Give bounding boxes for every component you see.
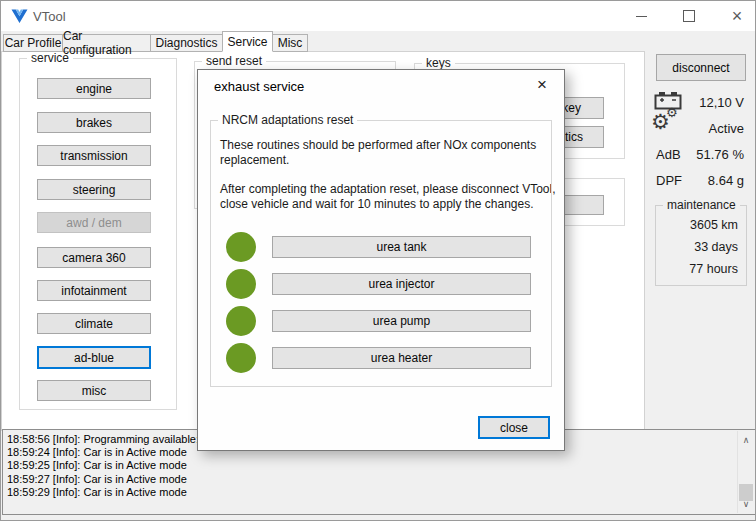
log-line: 18:59:27 [Info]: Car is in Active mode [7, 473, 735, 486]
urea-pump-status-light [226, 306, 256, 336]
button-label: misc [82, 384, 107, 398]
chevron-up-glyph: ∧ [743, 435, 750, 445]
dialog-close-action-button[interactable]: close [478, 416, 550, 439]
adb-value: 51.76 % [696, 147, 744, 162]
disconnect-button[interactable]: disconnect [656, 54, 746, 81]
urea-injector-button[interactable]: urea injector [272, 273, 531, 295]
climate-button[interactable]: climate [37, 313, 151, 334]
log-scrollbar[interactable]: ∧ ∨ [737, 431, 754, 513]
misc-button[interactable]: misc [37, 380, 151, 401]
button-label: urea heater [371, 351, 432, 365]
button-label: urea pump [373, 314, 430, 328]
maximize-icon [683, 10, 695, 22]
log-line: 18:59:25 [Info]: Car is in Active mode [7, 459, 735, 472]
mode-value: Active [709, 121, 744, 136]
adb-label: AdB [656, 147, 681, 162]
button-label: engine [76, 82, 112, 96]
close-icon: × [732, 6, 743, 27]
urea-tank-button[interactable]: urea tank [272, 236, 531, 258]
button-label: awd / dem [66, 216, 121, 230]
maintenance-groupbox: maintenance 3605 km 33 days 77 hours [655, 205, 747, 286]
tab-diagnostics[interactable]: Diagnostics [150, 34, 223, 52]
titlebar: VTool × [1, 1, 755, 31]
tab-misc[interactable]: Misc [272, 34, 308, 52]
tab-label: Diagnostics [155, 36, 217, 50]
maintenance-km: 3605 km [690, 218, 738, 232]
exhaust-service-dialog: exhaust service × NRCM adaptations reset… [197, 69, 565, 451]
awd-dem-button: awd / dem [37, 212, 151, 233]
button-label: ad-blue [74, 351, 114, 365]
tab-label: Service [227, 35, 267, 49]
urea-injector-status-light [226, 269, 256, 299]
tab-label: Car configuration [63, 29, 150, 57]
button-label: urea injector [368, 277, 434, 291]
scroll-down-icon[interactable]: ∨ [738, 497, 754, 511]
maintenance-hours: 77 hours [689, 262, 738, 276]
maintenance-groupbox-label: maintenance [663, 198, 740, 213]
button-label: transmission [60, 149, 127, 163]
maintenance-days: 33 days [694, 240, 738, 254]
chevron-down-glyph: ∨ [743, 499, 750, 509]
brakes-button[interactable]: brakes [37, 112, 151, 133]
button-label: camera 360 [62, 251, 125, 265]
urea-heater-status-light [226, 343, 256, 373]
urea-pump-button[interactable]: urea pump [272, 310, 531, 332]
ad-blue-button[interactable]: ad-blue [37, 346, 151, 369]
button-label: steering [73, 183, 116, 197]
minimize-icon [636, 16, 647, 17]
urea-tank-status-light [226, 232, 256, 262]
button-label: climate [75, 317, 113, 331]
button-label: brakes [76, 116, 112, 130]
tab-label: Car Profile [5, 36, 62, 50]
urea-heater-button[interactable]: urea heater [272, 347, 531, 369]
nrcm-groupbox-label: NRCM adaptations reset [218, 113, 357, 128]
minimize-button[interactable] [624, 1, 658, 31]
dpf-value: 8.64 g [708, 173, 744, 188]
tab-car-profile[interactable]: Car Profile [3, 34, 63, 52]
gears-icon: ⚙ ⚙ [651, 109, 683, 139]
dialog-close-button[interactable]: × [530, 73, 554, 97]
scroll-up-icon[interactable]: ∧ [738, 433, 754, 447]
button-label: infotainment [61, 284, 126, 298]
transmission-button[interactable]: transmission [37, 145, 151, 166]
steering-button[interactable]: steering [37, 179, 151, 200]
log-line: 18:59:29 [Info]: Car is in Active mode [7, 486, 735, 499]
maximize-button[interactable] [672, 1, 706, 31]
camera-360-button[interactable]: camera 360 [37, 247, 151, 268]
close-window-button[interactable]: × [720, 1, 754, 31]
send-reset-groupbox-label: send reset [202, 54, 266, 69]
button-label: urea tank [376, 240, 426, 254]
app-window: VTool × Car Profile Car configuration Di… [0, 0, 756, 521]
button-label: disconnect [672, 61, 729, 75]
gear-small-glyph: ⚙ [666, 106, 678, 119]
vtool-logo-icon [11, 9, 28, 24]
battery-voltage-value: 12,10 V [699, 95, 744, 110]
close-icon: × [537, 75, 547, 95]
dpf-label: DPF [656, 173, 682, 188]
tab-car-configuration[interactable]: Car configuration [62, 34, 151, 52]
button-label: close [500, 421, 528, 435]
dialog-title: exhaust service [214, 79, 304, 94]
infotainment-button[interactable]: infotainment [37, 280, 151, 301]
tab-service[interactable]: Service [222, 31, 273, 52]
tab-label: Misc [278, 36, 303, 50]
engine-button[interactable]: engine [37, 78, 151, 99]
window-title: VTool [33, 9, 66, 24]
button-label: key [562, 101, 581, 115]
